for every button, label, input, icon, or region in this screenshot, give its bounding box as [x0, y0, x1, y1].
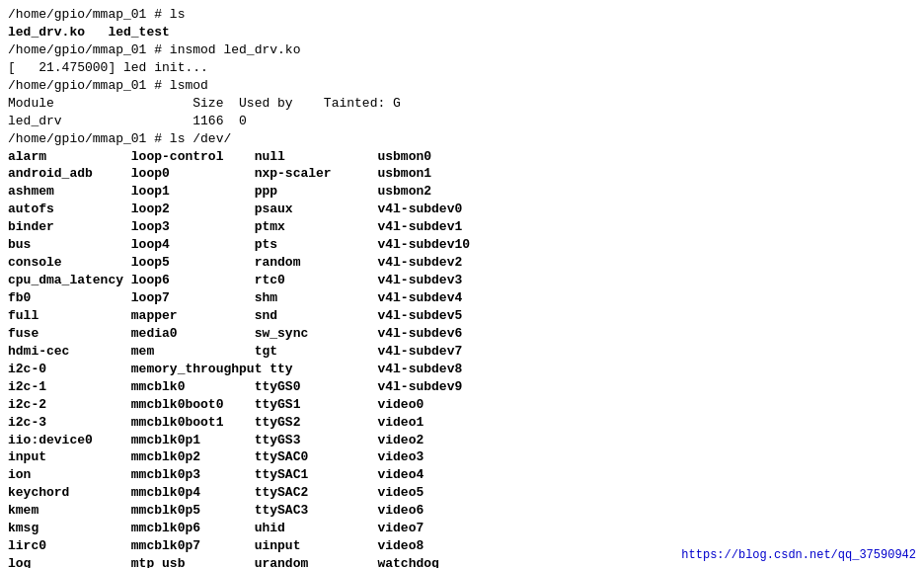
dev-line-1: alarm loop-control null usbmon0	[8, 148, 916, 166]
terminal-window: /home/gpio/mmap_01 # ls led_drv.ko led_t…	[0, 0, 924, 568]
dev-line-7: console loop5 random v4l-subdev2	[8, 254, 916, 272]
dev-line-6: bus loop4 pts v4l-subdev10	[8, 236, 916, 254]
line-4: [ 21.475000] led init...	[8, 59, 916, 77]
dev-line-14: i2c-1 mmcblk0 ttyGS0 v4l-subdev9	[8, 378, 916, 396]
line-1: /home/gpio/mmap_01 # ls	[8, 6, 916, 24]
terminal-content: /home/gpio/mmap_01 # ls led_drv.ko led_t…	[8, 6, 916, 568]
dev-line-8: cpu_dma_latency loop6 rtc0 v4l-subdev3	[8, 272, 916, 289]
dev-line-9: fb0 loop7 shm v4l-subdev4	[8, 289, 916, 307]
dev-line-19: ion mmcblk0p3 ttySAC1 video4	[8, 466, 916, 484]
dev-line-15: i2c-2 mmcblk0boot0 ttyGS1 video0	[8, 396, 916, 414]
dev-line-10: full mapper snd v4l-subdev5	[8, 307, 916, 325]
dev-line-17: iio:device0 mmcblk0p1 ttyGS3 video2	[8, 432, 916, 449]
dev-line-2: android_adb loop0 nxp-scaler usbmon1	[8, 165, 916, 183]
dev-line-5: binder loop3 ptmx v4l-subdev1	[8, 218, 916, 236]
line-3: /home/gpio/mmap_01 # insmod led_drv.ko	[8, 41, 916, 59]
line-8: /home/gpio/mmap_01 # ls /dev/	[8, 130, 916, 148]
watermark: https://blog.csdn.net/qq_37590942	[681, 548, 916, 562]
dev-line-16: i2c-3 mmcblk0boot1 ttyGS2 video1	[8, 414, 916, 432]
line-5: /home/gpio/mmap_01 # lsmod	[8, 77, 916, 95]
line-7: led_drv 1166 0	[8, 113, 916, 130]
dev-line-18: input mmcblk0p2 ttySAC0 video3	[8, 448, 916, 466]
dev-line-22: kmsg mmcblk0p6 uhid video7	[8, 520, 916, 537]
dev-line-4: autofs loop2 psaux v4l-subdev0	[8, 201, 916, 218]
line-6: Module Size Used by Tainted: G	[8, 95, 916, 113]
dev-line-20: keychord mmcblk0p4 ttySAC2 video5	[8, 484, 916, 502]
dev-line-13: i2c-0 memory_throughput tty v4l-subdev8	[8, 361, 916, 378]
dev-line-12: hdmi-cec mem tgt v4l-subdev7	[8, 343, 916, 361]
dev-line-3: ashmem loop1 ppp usbmon2	[8, 183, 916, 201]
dev-line-21: kmem mmcblk0p5 ttySAC3 video6	[8, 502, 916, 520]
dev-line-11: fuse media0 sw_sync v4l-subdev6	[8, 325, 916, 343]
line-2: led_drv.ko led_test	[8, 24, 916, 41]
